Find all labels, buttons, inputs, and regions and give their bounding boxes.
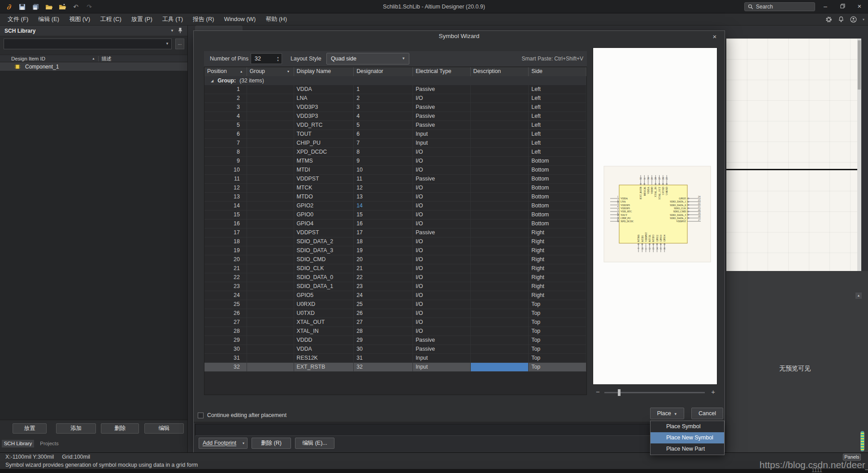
zoom-slider-handle[interactable] [618,389,621,396]
search-input[interactable]: Search [744,2,815,11]
pin-row-5[interactable]: 5VDD_RTC5PassiveLeft [204,121,586,130]
table-column-group[interactable]: Group▼ [247,67,294,76]
panel-button-2[interactable]: 删除 [101,423,139,434]
panel-button-1[interactable]: 添加 [56,423,96,434]
page-scrollbar-decor[interactable] [860,431,864,452]
user-icon[interactable] [850,16,857,23]
pin-row-8[interactable]: 8XPD_DCDC8I/OLeft [204,148,586,157]
pin-row-7[interactable]: 7CHIP_PU7InputLeft [204,139,586,148]
table-column-position[interactable]: Position▲ [204,67,247,76]
pin-row-13[interactable]: 13MTDO13I/OBottom [204,193,586,202]
pin-row-12[interactable]: 12MTCK12I/OBottom [204,184,586,193]
zoom-in-button[interactable]: + [711,387,715,397]
pin-row-31[interactable]: 31RES12K31InputTop [204,354,586,363]
pin-row-21[interactable]: 21SDIO_CLK21I/ORight [204,264,586,273]
menu-item-2[interactable]: 视图 (V) [64,13,95,25]
scrollbar-thumb[interactable] [858,40,861,90]
pin-row-11[interactable]: 11VDDPST11PassiveBottom [204,175,586,184]
component-filter-combo[interactable]: ▼ [4,39,172,49]
pin-row-23[interactable]: 23SDIO_DATA_123I/ORight [204,282,586,291]
schematic-sheet[interactable] [726,39,857,169]
pin-row-15[interactable]: 15GPIO015I/OBottom [204,211,586,219]
pin-row-6[interactable]: 6TOUT6InputLeft [204,130,586,139]
place-menu-item-1[interactable]: Place New Symbol [651,432,724,443]
more-options-button[interactable]: ... [175,39,184,49]
place-button[interactable]: Place▼ [650,408,684,419]
add-footprint-button[interactable]: Add Footprint [199,438,240,449]
place-menu-item-2[interactable]: Place New Part [651,443,724,455]
close-button[interactable]: × [851,0,868,13]
menu-item-7[interactable]: Window (W) [219,13,261,25]
group-row[interactable]: ◢ Group: (32 items) [204,76,586,85]
column-description[interactable]: 描述 [101,55,112,62]
pin-row-18[interactable]: 18SDIO_DATA_218I/ORight [204,237,586,246]
pin-row-4[interactable]: 4VDD3P34PassiveLeft [204,112,586,121]
menu-item-0[interactable]: 文件 (F) [3,13,33,25]
footprint-list[interactable] [195,424,723,436]
pin-row-3[interactable]: 3VDD3P33PassiveLeft [204,103,586,112]
user-menu-caret-icon[interactable]: ▾ [863,17,864,22]
editor-scrollbar[interactable] [857,39,861,271]
panel-button-3[interactable]: 编辑 [144,423,184,434]
document-tab[interactable] [195,26,243,30]
scroll-up-icon[interactable]: ▲ [855,292,862,299]
pin-icon[interactable] [178,27,183,34]
pin-row-32[interactable]: 32EXT_RSTB32InputTop [204,363,586,372]
pin-row-26[interactable]: 26U0TXD26I/OTop [204,309,586,318]
column-design-item-id[interactable]: Design Item ID [11,55,45,62]
pin-row-28[interactable]: 28XTAL_IN28I/OTop [204,327,586,336]
pin-row-20[interactable]: 20SDIO_CMD20I/ORight [204,255,586,264]
menu-item-8[interactable]: 帮助 (H) [260,13,292,25]
save-all-icon[interactable] [31,3,39,11]
panel-tab-1[interactable]: Projects [38,440,61,447]
pin-row-22[interactable]: 22SDIO_DATA_022I/ORight [204,273,586,282]
table-column-electrical-type[interactable]: Electrical Type [413,67,471,76]
restore-button[interactable] [834,0,851,13]
redo-icon[interactable]: ↷ [85,3,93,11]
bell-icon[interactable] [838,16,844,23]
footprint-delete-button[interactable]: 删除 (R) [252,438,291,449]
save-icon[interactable] [18,3,26,11]
pin-row-19[interactable]: 19SDIO_DATA_319I/ORight [204,246,586,255]
zoom-out-button[interactable]: − [596,387,600,397]
gear-icon[interactable] [825,16,832,23]
table-column-description[interactable]: Description [471,67,529,76]
schematic-sheet-lower[interactable] [726,170,857,271]
panel-button-0[interactable]: 放置 [13,423,47,434]
cancel-button[interactable]: Cancel [691,408,723,419]
stepper-arrows[interactable]: ▲▼ [274,54,282,64]
minimize-button[interactable]: – [817,0,834,13]
table-column-display-name[interactable]: Display Name [294,67,354,76]
pin-row-30[interactable]: 30VDDA30PassiveTop [204,345,586,354]
menu-item-1[interactable]: 编辑 (E) [33,13,64,25]
menu-item-4[interactable]: 放置 (P) [126,13,157,25]
open-icon[interactable] [45,3,53,11]
undo-icon[interactable]: ↶ [72,3,80,11]
table-column-designator[interactable]: Designator [354,67,413,76]
pin-row-25[interactable]: 25U0RXD25I/OTop [204,300,586,309]
panel-tab-0[interactable]: SCH Library [2,440,34,447]
collapse-triangle-icon[interactable]: ◢ [211,79,213,83]
add-footprint-caret-icon[interactable]: ▼ [240,438,247,449]
pin-row-29[interactable]: 29VDDD29PassiveTop [204,336,586,345]
open-document-icon[interactable] [58,3,66,11]
pin-row-27[interactable]: 27XTAL_OUT27I/OTop [204,318,586,327]
component-list-item[interactable]: Component_1 [0,62,187,71]
pin-row-16[interactable]: 16GPIO416I/OBottom [204,219,586,228]
pin-row-17[interactable]: 17VDDPST17PassiveRight [204,228,586,237]
pin-row-9[interactable]: 9MTMS9I/OBottom [204,157,586,166]
dialog-close-icon[interactable]: × [709,32,720,41]
continue-editing-checkbox[interactable] [198,413,204,418]
pin-row-2[interactable]: 2LNA2I/OLeft [204,94,586,103]
panel-menu-caret-icon[interactable]: ▼ [170,26,174,36]
menu-item-6[interactable]: 报告 (R) [188,13,219,25]
place-menu-item-0[interactable]: Place Symbol [651,421,724,432]
menu-item-3[interactable]: 工程 (C) [95,13,126,25]
footprint-edit-button[interactable]: 编辑 (E)... [295,438,334,449]
pin-row-14[interactable]: 14GPIO214I/OBottom [204,202,586,211]
pin-row-24[interactable]: 24GPIO524I/ORight [204,291,586,300]
number-of-pins-stepper[interactable]: 32 ▲▼ [251,53,282,64]
layout-style-dropdown[interactable]: Quad side ▼ [326,53,409,64]
pin-row-1[interactable]: 1VDDA1PassiveLeft [204,85,586,94]
table-column-side[interactable]: Side [529,67,586,76]
